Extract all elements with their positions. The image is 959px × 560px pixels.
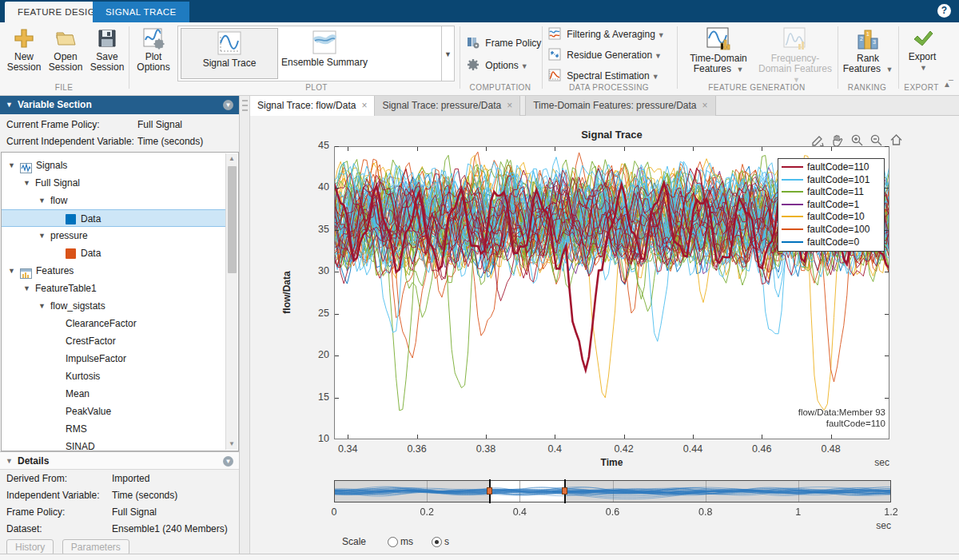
- gallery-signal-trace[interactable]: Signal Trace: [181, 28, 278, 79]
- expander-icon[interactable]: ▼: [23, 174, 30, 192]
- tree-item-impulsefactor[interactable]: ImpulseFactor: [2, 350, 227, 367]
- doc-tab-3[interactable]: Time-Domain Features: pressure/Data×: [525, 96, 715, 116]
- legend-entry[interactable]: faultCode=0: [782, 236, 879, 249]
- tree-item-peakvalue[interactable]: PeakValue: [2, 403, 227, 420]
- scale-radio-ms[interactable]: ms: [388, 536, 413, 547]
- tree-item-rms[interactable]: RMS: [2, 420, 227, 438]
- tab-signal-trace[interactable]: SIGNAL TRACE: [93, 2, 189, 22]
- svg-text:2: 2: [860, 36, 863, 42]
- tree-item-features[interactable]: ▼Features: [2, 262, 227, 280]
- close-icon[interactable]: ×: [507, 100, 512, 111]
- legend-label: faultCode=100: [807, 224, 869, 235]
- doc-tab-2[interactable]: Signal Trace: pressure/Data×: [375, 96, 520, 116]
- tree-item-sinad[interactable]: SINAD: [2, 438, 227, 451]
- legend-entry[interactable]: faultCode=1: [782, 199, 879, 212]
- open-session-button[interactable]: Open Session: [45, 27, 86, 73]
- legend-entry[interactable]: faultCode=110: [782, 161, 879, 174]
- section-label-file: FILE: [0, 83, 128, 92]
- details-header[interactable]: ▼ Details ▼: [0, 451, 239, 470]
- frame-policy-button[interactable]: Frame Policy: [467, 35, 541, 51]
- tree-item-flow-sigstats[interactable]: ▼flow_sigstats: [2, 297, 227, 315]
- new-session-button[interactable]: New Session: [5, 27, 43, 73]
- doc-tab-1[interactable]: Signal Trace: flow/Data×: [250, 96, 375, 116]
- legend-entry[interactable]: faultCode=11: [782, 186, 879, 199]
- legend-label: faultCode=10: [807, 211, 865, 222]
- plot-legend[interactable]: faultCode=110faultCode=101faultCode=11fa…: [778, 158, 885, 252]
- tree-item-label: ClearanceFactor: [66, 315, 137, 332]
- scrollbar-thumb[interactable]: [228, 166, 237, 273]
- close-icon[interactable]: ×: [361, 100, 367, 111]
- tree-item-mean[interactable]: Mean: [2, 385, 227, 403]
- legend-line-swatch: [782, 241, 803, 243]
- collapse-triangle-icon: ▼: [6, 96, 13, 114]
- export-button[interactable]: Export▼: [901, 27, 943, 73]
- panel-splitter[interactable]: [240, 96, 250, 554]
- tree-scrollbar[interactable]: ▲ ▼: [225, 153, 237, 450]
- history-button[interactable]: History: [6, 539, 54, 555]
- scroll-down-icon[interactable]: ▼: [226, 439, 237, 450]
- gallery-dropdown-button[interactable]: ▼: [442, 26, 455, 81]
- expander-icon[interactable]: ▼: [38, 297, 46, 315]
- scroll-up-icon[interactable]: ▲: [226, 153, 237, 165]
- status-strip: [0, 554, 959, 560]
- tree-item-flow[interactable]: ▼flow: [2, 192, 227, 209]
- panner-tick-label: 1: [795, 506, 801, 518]
- panel-menu-icon[interactable]: ▼: [223, 456, 233, 467]
- panel-menu-icon[interactable]: ▼: [223, 100, 233, 110]
- scale-radio-s[interactable]: s: [432, 536, 449, 547]
- doc-tab-label: Signal Trace: pressure/Data: [382, 100, 501, 111]
- tree-item-crestfactor[interactable]: CrestFactor: [2, 332, 227, 350]
- diagnostic-feature-designer-app: FEATURE DESIGNER SIGNAL TRACE ? New Sess…: [0, 0, 959, 560]
- expander-icon[interactable]: ▼: [23, 280, 30, 297]
- independent-variable-row: Current Independent Variable: Time (seco…: [0, 133, 239, 150]
- tree-item-label: RMS: [66, 420, 87, 438]
- filtering-averaging-icon: [548, 27, 561, 40]
- plot-options-button[interactable]: Plot Options: [133, 27, 174, 73]
- home-icon[interactable]: [889, 133, 904, 148]
- time-domain-features-button[interactable]: Time-Domain Features ▼: [682, 27, 755, 75]
- residue-generation-button[interactable]: Residue Generation▼: [548, 47, 662, 63]
- tree-item-data[interactable]: Data: [2, 209, 227, 227]
- plot-gallery: Signal Trace Ensemble Summary: [177, 26, 442, 81]
- tree-item-clearancefactor[interactable]: ClearanceFactor: [2, 315, 227, 332]
- save-session-button[interactable]: Save Session: [88, 27, 126, 73]
- toolstrip: New Session Open Session Save Session FI…: [0, 22, 959, 96]
- y-tick-label: 35: [302, 224, 329, 235]
- legend-entry[interactable]: faultCode=100: [782, 224, 879, 236]
- legend-line-swatch: [782, 228, 803, 230]
- tree-item-label: flow_sigstats: [50, 297, 105, 315]
- expander-icon[interactable]: ▼: [38, 227, 46, 244]
- collapse-ribbon-icon[interactable]: ▲̅: [941, 80, 953, 89]
- legend-label: faultCode=110: [807, 161, 869, 173]
- panner-strip-canvas[interactable]: [334, 480, 891, 502]
- tree-item-full-signal[interactable]: ▼Full Signal: [2, 174, 227, 192]
- close-icon[interactable]: ×: [702, 100, 707, 111]
- spectral-estimation-button[interactable]: Spectral Estimation▼: [548, 68, 659, 84]
- legend-entry[interactable]: faultCode=101: [782, 174, 879, 187]
- parameters-button[interactable]: Parameters: [62, 539, 129, 555]
- expander-icon[interactable]: ▼: [8, 157, 15, 174]
- expander-icon[interactable]: ▼: [38, 192, 46, 209]
- panner-window-handle[interactable]: [487, 487, 492, 494]
- legend-entry[interactable]: faultCode=10: [782, 211, 879, 224]
- chevron-down-icon: ▼: [658, 31, 665, 39]
- tree-item-data[interactable]: Data: [2, 244, 227, 262]
- section-divider: [838, 26, 838, 89]
- panner-window-handle[interactable]: [562, 487, 567, 494]
- tree-item-featuretable1[interactable]: ▼FeatureTable1: [2, 280, 227, 297]
- rank-features-button[interactable]: 213 Rank Features ▼: [842, 27, 893, 75]
- filtering-averaging-button[interactable]: Filtering & Averaging▼: [548, 26, 665, 42]
- tree-item-kurtosis[interactable]: Kurtosis: [2, 367, 227, 385]
- computation-options-button[interactable]: Options▼: [467, 58, 528, 73]
- gear-icon: [467, 58, 480, 71]
- section-label-ranking: RANKING: [838, 83, 897, 92]
- expander-icon[interactable]: ▼: [8, 262, 15, 280]
- legend-label: faultCode=1: [807, 199, 859, 210]
- variable-section-header[interactable]: ▼ Variable Section ▼: [0, 96, 239, 114]
- tree-item-pressure[interactable]: ▼pressure: [2, 227, 227, 244]
- gallery-ensemble-summary[interactable]: Ensemble Summary: [281, 28, 368, 79]
- help-icon[interactable]: ?: [937, 4, 951, 18]
- tree-item-signals[interactable]: ▼Signals: [2, 157, 227, 174]
- section-label-plot: PLOT: [177, 83, 456, 92]
- save-session-icon: [96, 27, 118, 50]
